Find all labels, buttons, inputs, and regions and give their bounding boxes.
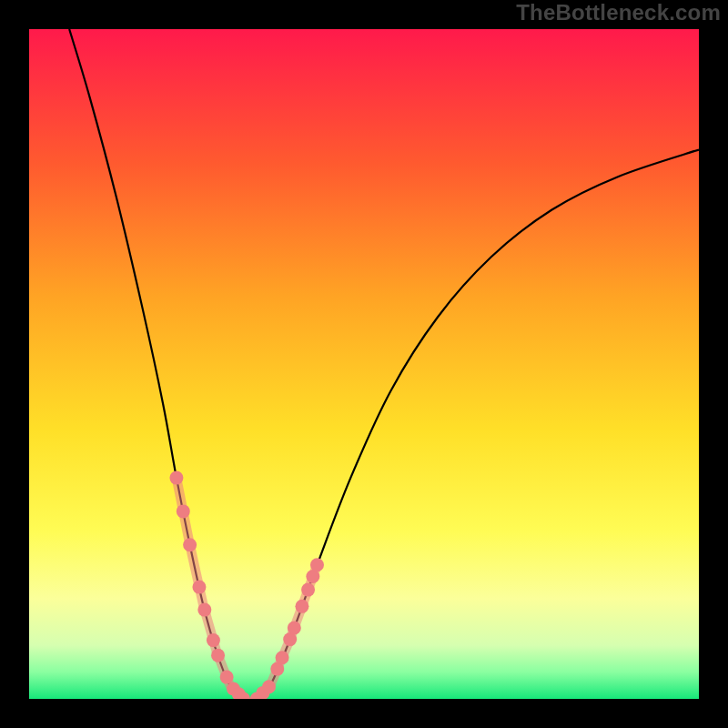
highlight-dot	[183, 538, 197, 551]
highlight-dot	[207, 633, 220, 647]
highlight-dot	[262, 680, 276, 693]
highlight-dot	[306, 570, 319, 583]
highlight-dot	[192, 581, 206, 594]
watermark-text: TheBottleneck.com	[516, 0, 721, 25]
highlight-dot	[220, 671, 234, 684]
highlight-dot	[211, 649, 225, 662]
highlight-dot	[288, 622, 301, 635]
gradient-bg	[29, 29, 699, 699]
highlight-dot	[276, 651, 289, 664]
highlight-dot	[177, 504, 190, 518]
highlight-dot	[301, 583, 315, 597]
plot-area	[29, 29, 699, 699]
highlight-dot	[169, 471, 183, 485]
highlight-dot	[295, 600, 308, 613]
chart-svg	[29, 29, 699, 699]
highlight-dot	[197, 603, 211, 617]
chart-frame: TheBottleneck.com	[0, 0, 728, 728]
highlight-dot	[310, 558, 324, 571]
